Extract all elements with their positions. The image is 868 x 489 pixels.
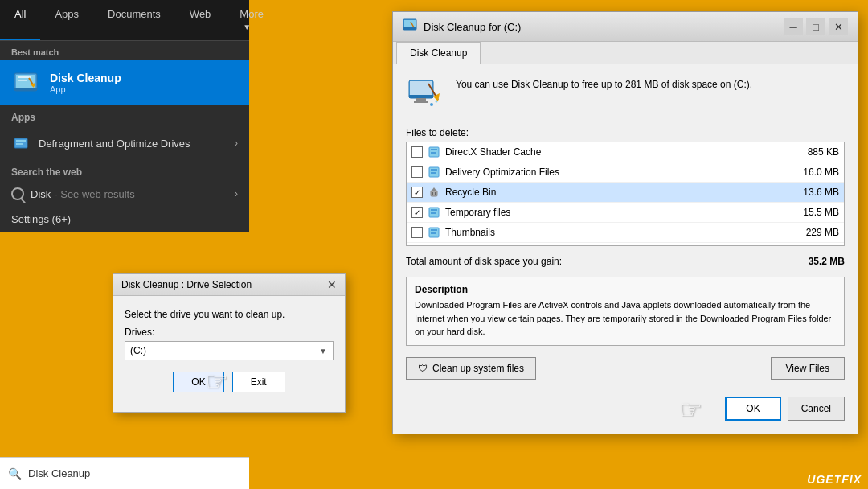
file-row-recycle[interactable]: ✓ Recycle Bin 13.6 MB bbox=[407, 183, 844, 203]
svg-point-21 bbox=[430, 103, 433, 106]
disk-cleanup-cancel-button[interactable]: Cancel bbox=[788, 397, 845, 421]
menu-item-defragment[interactable]: Defragment and Optimize Drives › bbox=[0, 126, 249, 160]
tab-web[interactable]: Web bbox=[175, 0, 226, 40]
recycle-name: Recycle Bin bbox=[445, 187, 786, 198]
delivery-size: 16.0 MB bbox=[791, 166, 839, 178]
drive-dialog-close-button[interactable]: ✕ bbox=[327, 279, 337, 290]
tab-apps[interactable]: Apps bbox=[40, 0, 93, 40]
svg-rect-18 bbox=[414, 101, 428, 103]
best-match-text: Disk Cleanup App bbox=[50, 72, 121, 94]
cleanup-system-label: Clean up system files bbox=[432, 363, 524, 374]
window-controls: ─ □ ✕ bbox=[784, 18, 848, 35]
settings-label: Settings (6+) bbox=[11, 213, 71, 225]
svg-rect-38 bbox=[431, 232, 436, 234]
disk-info-row: You can use Disk Cleanup to free up to 2… bbox=[406, 77, 845, 116]
window-body: You can use Disk Cleanup to free up to 2… bbox=[393, 64, 858, 434]
close-button[interactable]: ✕ bbox=[829, 18, 848, 35]
directx-name: DirectX Shader Cache bbox=[445, 146, 786, 158]
file-icon-temp bbox=[428, 206, 440, 219]
drive-select-wrapper: (C:) bbox=[125, 341, 334, 360]
window-ok-cancel: OK Cancel bbox=[406, 388, 845, 421]
file-icon-thumbnails bbox=[428, 226, 440, 239]
svg-point-22 bbox=[436, 101, 438, 103]
drive-dialog-instruction: Select the drive you want to clean up. bbox=[125, 309, 334, 320]
svg-rect-17 bbox=[416, 98, 426, 101]
taskbar-search-bar[interactable]: 🔍 Disk Cleanup bbox=[0, 457, 249, 489]
minimize-button[interactable]: ─ bbox=[784, 18, 803, 35]
window-title-icon bbox=[403, 18, 417, 35]
cleanup-system-files-button[interactable]: 🛡 Clean up system files bbox=[406, 357, 536, 380]
description-title: Description bbox=[415, 284, 836, 295]
disk-cleanup-ok-button[interactable]: OK bbox=[725, 397, 780, 421]
svg-rect-37 bbox=[431, 229, 437, 231]
temp-name: Temporary files bbox=[445, 207, 786, 218]
search-suffix: - See web results bbox=[54, 188, 134, 200]
directx-size: 885 KB bbox=[791, 146, 839, 158]
drive-exit-button[interactable]: Exit bbox=[232, 372, 285, 392]
defragment-icon bbox=[11, 134, 31, 153]
file-row-directx[interactable]: DirectX Shader Cache 885 KB bbox=[407, 142, 844, 162]
file-icon-delivery bbox=[428, 166, 440, 179]
window-title-text: Disk Cleanup for (C:) bbox=[424, 21, 521, 33]
defragment-label: Defragment and Optimize Drives bbox=[39, 138, 235, 150]
file-icon-directx bbox=[428, 146, 440, 158]
tab-documents-label: Documents bbox=[108, 8, 161, 20]
best-match-item[interactable]: Disk Cleanup App bbox=[0, 60, 249, 105]
tab-all-label: All bbox=[14, 8, 26, 20]
maximize-button[interactable]: □ bbox=[806, 18, 825, 35]
description-text: Downloaded Program Files are ActiveX con… bbox=[415, 298, 836, 339]
svg-rect-25 bbox=[431, 152, 436, 154]
svg-rect-4 bbox=[18, 80, 27, 81]
file-icon-recycle bbox=[428, 186, 440, 199]
svg-rect-28 bbox=[431, 172, 436, 174]
directx-checkbox[interactable] bbox=[411, 146, 423, 158]
tab-more[interactable]: More ▼ bbox=[225, 0, 278, 40]
svg-rect-8 bbox=[16, 140, 26, 142]
total-value: 35.2 MB bbox=[809, 256, 845, 267]
thumbnails-size: 229 MB bbox=[791, 227, 839, 238]
drive-dialog-titlebar: Disk Cleanup : Drive Selection ✕ bbox=[113, 274, 345, 296]
tab-documents[interactable]: Documents bbox=[93, 0, 175, 40]
view-files-button[interactable]: View Files bbox=[771, 357, 845, 380]
svg-rect-12 bbox=[403, 27, 416, 30]
temp-size: 15.5 MB bbox=[791, 207, 839, 218]
svg-rect-31 bbox=[432, 192, 433, 195]
recycle-size: 13.6 MB bbox=[791, 187, 839, 198]
tab-web-label: Web bbox=[190, 8, 211, 20]
file-row-temp[interactable]: ✓ Temporary files 15.5 MB bbox=[407, 203, 844, 223]
drive-selection-dialog: Disk Cleanup : Drive Selection ✕ Select … bbox=[113, 273, 346, 413]
svg-rect-2 bbox=[14, 88, 37, 91]
tab-all[interactable]: All bbox=[0, 0, 40, 40]
total-row: Total amount of disk space you gain: 35.… bbox=[406, 254, 845, 269]
svg-rect-34 bbox=[431, 209, 437, 211]
total-label: Total amount of disk space you gain: bbox=[406, 256, 562, 267]
disk-large-icon bbox=[406, 77, 444, 116]
delivery-checkbox[interactable] bbox=[411, 166, 423, 178]
drive-ok-button[interactable]: OK bbox=[173, 372, 223, 392]
temp-checkbox[interactable]: ✓ bbox=[411, 207, 423, 218]
best-match-title: Disk Cleanup bbox=[50, 72, 121, 84]
start-menu-tabs: All Apps Documents Web More ▼ bbox=[0, 0, 249, 41]
tab-apps-label: Apps bbox=[55, 8, 79, 20]
thumbnails-name: Thumbnails bbox=[445, 227, 786, 238]
window-titlebar: Disk Cleanup for (C:) ─ □ ✕ bbox=[393, 12, 858, 42]
file-row-delivery[interactable]: Delivery Optimization Files 16.0 MB bbox=[407, 162, 844, 183]
svg-rect-32 bbox=[435, 192, 436, 195]
disk-info-text: You can use Disk Cleanup to free up to 2… bbox=[456, 77, 752, 92]
window-tabs: Disk Cleanup bbox=[393, 42, 858, 64]
search-arrow-icon: › bbox=[235, 188, 238, 199]
settings-item[interactable]: Settings (6+) bbox=[0, 207, 249, 232]
disk-cleanup-tab[interactable]: Disk Cleanup bbox=[396, 42, 481, 64]
drive-dialog-title: Disk Cleanup : Drive Selection bbox=[121, 279, 252, 290]
search-icon bbox=[11, 187, 24, 200]
drive-select-dropdown[interactable]: (C:) bbox=[125, 341, 334, 360]
recycle-checkbox[interactable]: ✓ bbox=[411, 187, 423, 198]
description-box: Description Downloaded Program Files are… bbox=[406, 277, 845, 346]
search-web-item[interactable]: Disk - See web results › bbox=[0, 181, 249, 207]
apps-section-label: Apps bbox=[0, 105, 249, 126]
arrow-icon: › bbox=[235, 138, 238, 149]
thumbnails-checkbox[interactable] bbox=[411, 227, 423, 238]
files-to-delete-label: Files to delete: bbox=[406, 127, 845, 138]
drive-dialog-buttons: OK Exit bbox=[125, 372, 334, 404]
file-row-thumbnails[interactable]: Thumbnails 229 MB bbox=[407, 223, 844, 243]
